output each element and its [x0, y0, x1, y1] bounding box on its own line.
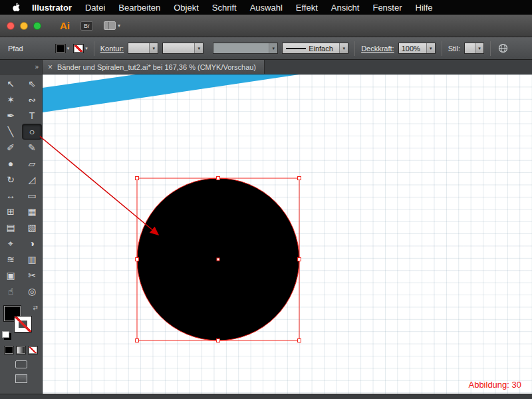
- close-tab-icon[interactable]: ×: [48, 63, 53, 72]
- menu-item-auswahl[interactable]: Auswahl: [243, 3, 289, 13]
- blend-tool[interactable]: ◑: [23, 236, 41, 251]
- pencil-tool[interactable]: ✎: [23, 140, 41, 155]
- selection-handle[interactable]: [217, 339, 220, 342]
- document-tab[interactable]: × Bänder und Spiralen_tut2.ai* bei 167,3…: [43, 60, 265, 74]
- chevron-down-icon[interactable]: ▾: [194, 43, 203, 53]
- width-profile-dropdown[interactable]: ▾: [213, 43, 278, 54]
- artboard-tool[interactable]: ▣: [1, 268, 20, 283]
- stroke-weight-dropdown[interactable]: ▾: [128, 43, 158, 54]
- menu-item-ansicht[interactable]: Ansicht: [325, 3, 366, 13]
- swap-fill-stroke-icon[interactable]: ⇄: [33, 305, 38, 311]
- slice-tool[interactable]: ✂: [23, 268, 41, 283]
- none-button[interactable]: [28, 346, 38, 354]
- app-logo: Ai: [60, 20, 70, 31]
- stroke-color-swatch[interactable]: [73, 44, 84, 53]
- pen-tool[interactable]: ✒: [1, 108, 20, 123]
- selection-handle[interactable]: [136, 339, 139, 342]
- blue-band-object[interactable]: [43, 74, 299, 112]
- screen-mode-button[interactable]: [15, 374, 27, 383]
- globe-icon[interactable]: [498, 43, 508, 53]
- document-area: × Bänder und Spiralen_tut2.ai* bei 167,3…: [43, 60, 532, 394]
- default-fill-stroke-icon[interactable]: [2, 331, 9, 338]
- menubar: IllustratorDateiBearbeitenObjektSchriftA…: [0, 0, 532, 15]
- window-bottom-edge: [0, 394, 532, 399]
- symbol-sprayer-tool[interactable]: ≋: [1, 252, 20, 267]
- chevron-down-icon[interactable]: ▾: [475, 43, 483, 53]
- canvas[interactable]: Abbildung: 30: [43, 74, 532, 394]
- menu-item-objekt[interactable]: Objekt: [167, 3, 205, 13]
- menu-item-schrift[interactable]: Schrift: [205, 3, 243, 13]
- close-window-button[interactable]: [7, 22, 15, 30]
- selection-handle[interactable]: [298, 177, 301, 180]
- divider: [94, 41, 94, 56]
- stroke-style-dropdown[interactable]: Einfach▾: [282, 43, 348, 54]
- rotate-tool[interactable]: ↻: [1, 172, 20, 187]
- opacity-dropdown[interactable]: 100%▾: [398, 43, 436, 54]
- line-segment-tool[interactable]: ╲: [1, 124, 20, 139]
- hand-tool[interactable]: ☝: [1, 284, 20, 299]
- eyedropper-tool[interactable]: ⌖: [1, 236, 20, 251]
- ellipse-tool[interactable]: ○: [23, 124, 41, 139]
- direct-selection-tool[interactable]: ⇖: [23, 76, 41, 91]
- divider: [442, 41, 442, 56]
- column-graph-tool[interactable]: ▥: [23, 252, 41, 267]
- opacity-link[interactable]: Deckkraft:: [361, 45, 394, 53]
- paintbrush-tool[interactable]: ✐: [1, 140, 20, 155]
- gradient-button[interactable]: [16, 346, 26, 354]
- fill-color-control[interactable]: ▾: [55, 44, 70, 53]
- gradient-tool[interactable]: ▧: [23, 220, 41, 235]
- mesh-tool[interactable]: ▤: [1, 220, 20, 235]
- menu-item-bearbeiten[interactable]: Bearbeiten: [112, 3, 167, 13]
- opacity-value: 100%: [399, 45, 426, 53]
- workspace-switcher-icon[interactable]: ▾: [104, 21, 120, 30]
- apple-menu-icon[interactable]: [7, 3, 25, 12]
- eraser-tool[interactable]: ▱: [23, 156, 41, 171]
- free-transform-tool[interactable]: ▭: [23, 188, 41, 203]
- menu-item-datei[interactable]: Datei: [78, 3, 112, 13]
- drawing-mode-button[interactable]: [15, 360, 27, 368]
- menu-item-effekt[interactable]: Effekt: [289, 3, 325, 13]
- menu-item-hilfe[interactable]: Hilfe: [409, 3, 440, 13]
- zoom-window-button[interactable]: [33, 22, 41, 30]
- document-tab-title: Bänder und Spiralen_tut2.ai* bei 167,36 …: [57, 63, 256, 71]
- zoom-tool[interactable]: ◎: [23, 284, 41, 299]
- blob-brush-tool[interactable]: ●: [1, 156, 20, 171]
- bridge-button[interactable]: Br: [80, 21, 93, 31]
- chevron-down-icon[interactable]: ▾: [149, 43, 158, 53]
- menu-item-fenster[interactable]: Fenster: [366, 3, 408, 13]
- style-dropdown[interactable]: ▾: [464, 43, 484, 54]
- shape-builder-tool[interactable]: ⊞: [1, 204, 20, 219]
- stroke-swatch[interactable]: [14, 316, 32, 332]
- magic-wand-tool[interactable]: ✶: [1, 92, 20, 107]
- menu-item-illustrator[interactable]: Illustrator: [25, 3, 78, 13]
- control-bar: Pfad ▾ ▾ Kontur: ▾ ▾ ▾ Einfach▾ Deckkraf…: [0, 37, 532, 60]
- window-titlebar: Ai Br ▾: [0, 15, 532, 37]
- minimize-window-button[interactable]: [20, 22, 28, 30]
- perspective-grid-tool[interactable]: ▦: [23, 204, 41, 219]
- selection-tool[interactable]: ↖: [1, 76, 20, 91]
- brush-definition-dropdown[interactable]: ▾: [162, 43, 203, 54]
- stroke-color-control[interactable]: ▾: [73, 44, 88, 53]
- fill-color-swatch[interactable]: [55, 44, 66, 53]
- tool-grid: ↖⇖✶∾✒T╲○✐✎●▱↻◿↔▭⊞▦▤▧⌖◑≋▥▣✂☝◎: [0, 74, 42, 299]
- selection-handle[interactable]: [298, 258, 301, 261]
- selection-handle[interactable]: [136, 258, 139, 261]
- scale-tool[interactable]: ◿: [23, 172, 41, 187]
- chevron-down-icon[interactable]: ▾: [426, 43, 435, 53]
- selection-handle[interactable]: [298, 339, 301, 342]
- tools-panel-header: »: [0, 60, 42, 74]
- stroke-swatch-hole: [19, 321, 27, 328]
- chevron-down-icon[interactable]: ▾: [269, 43, 277, 53]
- style-label: Stil:: [448, 45, 460, 53]
- collapse-toolbar-button[interactable]: »: [35, 63, 39, 70]
- selection-handle[interactable]: [136, 177, 139, 180]
- lasso-tool[interactable]: ∾: [23, 92, 41, 107]
- color-button[interactable]: [4, 346, 14, 354]
- stroke-panel-link[interactable]: Kontur:: [100, 45, 124, 53]
- fill-stroke-indicator: ⇄: [0, 305, 42, 339]
- chevron-down-icon[interactable]: ▾: [339, 43, 348, 53]
- type-tool[interactable]: T: [23, 108, 41, 123]
- selection-handle[interactable]: [217, 177, 220, 180]
- chevron-down-icon: ▾: [67, 46, 70, 51]
- width-tool[interactable]: ↔: [1, 188, 20, 203]
